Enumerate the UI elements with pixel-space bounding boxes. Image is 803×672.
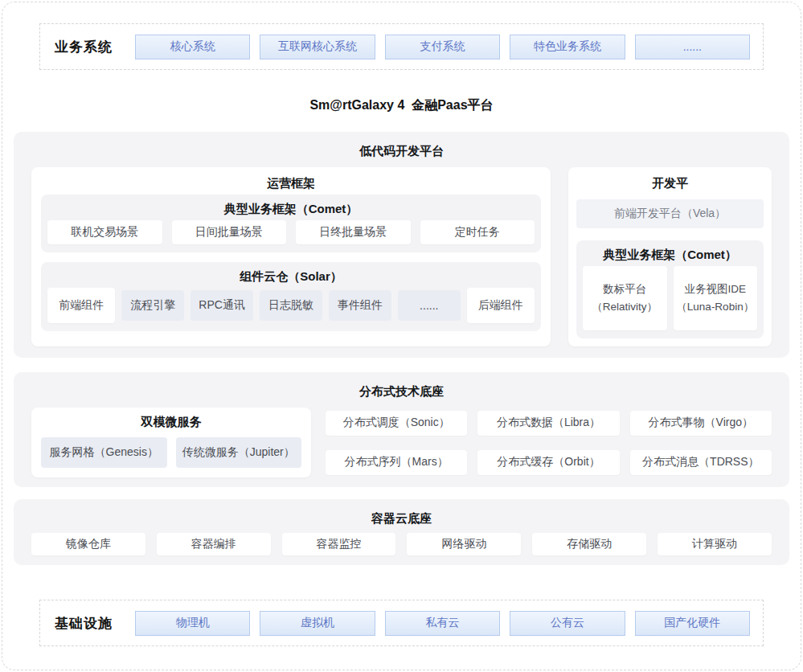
container-service-box: 容器编排: [157, 533, 271, 555]
distributed-service-box: 分布式序列（Mars）: [326, 450, 467, 475]
microservice-chip: 传统微服务（Jupiter）: [176, 437, 302, 468]
business-system-box: 支付系统: [385, 35, 500, 59]
business-system-box: ......: [635, 35, 750, 59]
infrastructure-box: 私有云: [385, 611, 500, 636]
distributed-section: 分布式技术底座 双模微服务 服务网格（Genesis）传统微服务（Jupiter…: [14, 372, 789, 487]
container-service-box: 计算驱动: [658, 533, 772, 555]
solar-warehouse-subcard: 组件云仓（Solar） 前端组件 流程引擎RPC通讯日志脱敏事件组件......…: [41, 262, 541, 331]
solar-component-chip: ......: [398, 290, 461, 321]
dev-comet-title: 典型业务框架（Comet）: [583, 244, 757, 266]
distributed-title: 分布式技术底座: [31, 380, 772, 403]
infrastructure-box: 公有云: [510, 611, 625, 636]
infrastructure-box: 物理机: [135, 611, 250, 636]
solar-warehouse-title: 组件云仓（Solar）: [47, 265, 535, 288]
dev-comet-subcard: 典型业务框架（Comet） 数标平台 （Relativity） 业务视图IDE …: [576, 240, 764, 338]
container-title: 容器云底座: [31, 507, 772, 530]
solar-component-chip: 流程引擎: [121, 290, 184, 321]
dev-platform-card: 开发平 前端开发平台（Vela） 典型业务框架（Comet） 数标平台 （Rel…: [568, 167, 772, 346]
business-system-box: 特色业务系统: [510, 35, 625, 59]
distributed-service-box: 分布式事物（Virgo）: [630, 411, 772, 436]
container-section: 容器云底座 镜像仓库容器编排容器监控网络驱动存储驱动计算驱动: [14, 499, 789, 565]
business-systems-label: 业务系统: [55, 38, 113, 56]
dev-platform-title: 开发平: [576, 172, 764, 195]
infrastructure-box: 国产化硬件: [635, 611, 750, 636]
business-systems-band: 业务系统 核心系统互联网核心系统支付系统特色业务系统......: [39, 23, 764, 70]
solar-component-chip: RPC通讯: [191, 290, 253, 321]
operation-framework-title: 运营框架: [41, 172, 541, 195]
infrastructure-box: 虚拟机: [260, 611, 375, 636]
microservice-chip: 服务网格（Genesis）: [41, 437, 167, 468]
page-title: Sm@rtGalaxy 4 金融Paas平台: [2, 97, 801, 114]
comet-scenario-box: 日间批量场景: [172, 220, 287, 244]
container-service-box: 网络驱动: [407, 533, 521, 555]
comet-scenario-box: 联机交易场景: [47, 220, 162, 244]
comet-framework-title: 典型业务框架（Comet）: [47, 198, 535, 220]
distributed-service-box: 分布式调度（Sonic）: [326, 411, 467, 436]
architecture-diagram: 业务系统 核心系统互联网核心系统支付系统特色业务系统...... Sm@rtGa…: [2, 2, 801, 670]
dev-tool-box: 数标平台 （Relativity）: [583, 266, 667, 330]
distributed-service-box: 分布式缓存（Orbit）: [477, 450, 619, 475]
dual-microservice-title: 双模微服务: [41, 411, 301, 433]
comet-scenario-box: 日终批量场景: [296, 220, 411, 244]
dual-microservice-list: 服务网格（Genesis）传统微服务（Jupiter）: [41, 437, 301, 468]
container-service-box: 容器监控: [282, 533, 396, 555]
comet-scenario-box: 定时任务: [420, 220, 535, 244]
container-service-box: 镜像仓库: [31, 533, 145, 555]
operation-framework-card: 运营框架 典型业务框架（Comet） 联机交易场景日间批量场景日终批量场景定时任…: [31, 167, 551, 346]
distributed-service-box: 分布式数据（Libra）: [477, 411, 619, 436]
distributed-services-list: 分布式调度（Sonic）分布式数据（Libra）分布式事物（Virgo）分布式序…: [326, 408, 772, 477]
business-system-box: 互联网核心系统: [260, 35, 375, 59]
comet-framework-subcard: 典型业务框架（Comet） 联机交易场景日间批量场景日终批量场景定时任务: [41, 195, 541, 252]
business-systems-list: 核心系统互联网核心系统支付系统特色业务系统......: [135, 35, 750, 59]
comet-scenarios-list: 联机交易场景日间批量场景日终批量场景定时任务: [47, 220, 535, 244]
infrastructure-label: 基础设施: [55, 614, 113, 633]
lowcode-section: 低代码开发平台 运营框架 典型业务框架（Comet） 联机交易场景日间批量场景日…: [14, 132, 789, 358]
backend-components-box: 后端组件: [467, 288, 535, 323]
business-system-box: 核心系统: [135, 35, 250, 59]
solar-component-chip: 事件组件: [329, 290, 391, 321]
solar-component-chip: 日志脱敏: [260, 290, 322, 321]
lowcode-title: 低代码开发平台: [31, 140, 772, 162]
container-service-box: 存储驱动: [532, 533, 646, 555]
infrastructure-band: 基础设施 物理机虚拟机私有云公有云国产化硬件: [39, 600, 764, 646]
dual-microservice-card: 双模微服务 服务网格（Genesis）传统微服务（Jupiter）: [31, 408, 311, 477]
infrastructure-list: 物理机虚拟机私有云公有云国产化硬件: [135, 611, 750, 636]
frontend-components-box: 前端组件: [47, 288, 115, 323]
solar-chips-list: 流程引擎RPC通讯日志脱敏事件组件......: [121, 288, 460, 323]
dev-tool-box: 业务视图IDE （Luna-Robin）: [674, 266, 758, 330]
distributed-service-box: 分布式消息（TDRSS）: [630, 450, 772, 475]
container-services-list: 镜像仓库容器编排容器监控网络驱动存储驱动计算驱动: [31, 533, 772, 555]
vela-platform-box: 前端开发平台（Vela）: [576, 199, 764, 228]
dev-tools-list: 数标平台 （Relativity） 业务视图IDE （Luna-Robin）: [583, 266, 757, 330]
